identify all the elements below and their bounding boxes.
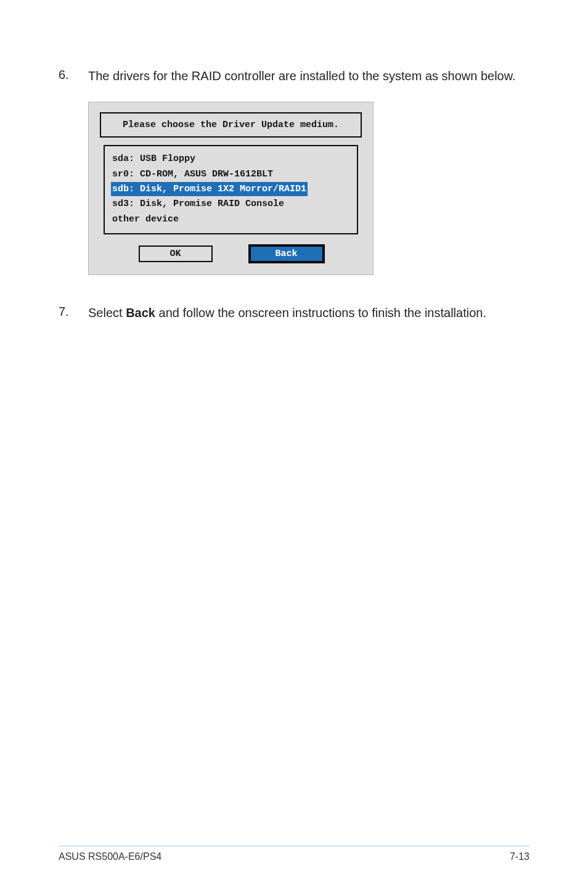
driver-update-dialog: Please choose the Driver Update medium. … <box>88 102 374 275</box>
step-7-text: Select Back and follow the onscreen inst… <box>88 305 486 321</box>
step-7-prefix: Select <box>88 306 126 320</box>
footer-right: 7-13 <box>510 851 529 862</box>
back-button[interactable]: Back <box>250 245 324 262</box>
footer-left: ASUS RS500A-E6/PS4 <box>59 851 161 862</box>
dialog-title-text: Please choose the Driver Update medium. <box>123 120 339 130</box>
step-7-number: 7. <box>59 305 88 319</box>
list-item[interactable]: sr0: CD-ROM, ASUS DRW-1612BLT <box>111 167 351 182</box>
page-footer: ASUS RS500A-E6/PS4 7-13 <box>59 846 529 862</box>
step-6-text: The drivers for the RAID controller are … <box>88 68 516 85</box>
step-6: 6. The drivers for the RAID controller a… <box>59 68 529 85</box>
dialog-button-row: OK Back <box>100 245 362 262</box>
list-item[interactable]: sd3: Disk, Promise RAID Console <box>111 196 351 212</box>
list-item[interactable]: sda: USB Floppy <box>111 151 351 167</box>
driver-update-dialog-wrap: Please choose the Driver Update medium. … <box>88 102 529 275</box>
list-item-selected[interactable]: sdb: Disk, Promise 1X2 Morror/RAID1 <box>111 182 308 196</box>
device-list[interactable]: sda: USB Floppy sr0: CD-ROM, ASUS DRW-16… <box>104 145 358 234</box>
step-7: 7. Select Back and follow the onscreen i… <box>59 305 529 321</box>
dialog-title: Please choose the Driver Update medium. <box>100 112 362 138</box>
step-6-number: 6. <box>59 68 88 82</box>
ok-button[interactable]: OK <box>139 245 213 262</box>
list-item[interactable]: other device <box>111 212 351 227</box>
step-7-bold: Back <box>126 306 155 320</box>
step-7-suffix: and follow the onscreen instructions to … <box>155 306 486 320</box>
